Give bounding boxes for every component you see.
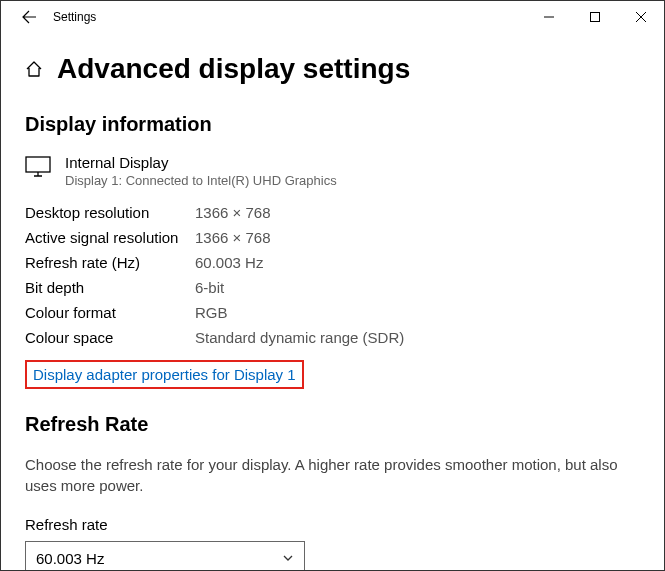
content-area: Advanced display settings Display inform…: [1, 33, 664, 571]
spec-label-refresh: Refresh rate (Hz): [25, 254, 195, 271]
spec-label-colspace: Colour space: [25, 329, 195, 346]
adapter-link-highlight: Display adapter properties for Display 1: [25, 360, 304, 389]
monitor-name: Internal Display: [65, 154, 337, 171]
monitor-icon: [25, 156, 51, 178]
refresh-rate-heading: Refresh Rate: [25, 413, 640, 436]
refresh-rate-dropdown[interactable]: 60.003 Hz: [25, 541, 305, 571]
spec-label-active-res: Active signal resolution: [25, 229, 195, 246]
spec-val-colfmt: RGB: [195, 304, 640, 321]
close-button[interactable]: [618, 1, 664, 33]
svg-rect-1: [26, 157, 50, 172]
monitor-subtext: Display 1: Connected to Intel(R) UHD Gra…: [65, 173, 337, 188]
home-button[interactable]: [25, 60, 43, 78]
window-title: Settings: [53, 10, 96, 24]
spec-table: Desktop resolution 1366 × 768 Active sig…: [25, 204, 640, 346]
arrow-left-icon: [21, 9, 37, 25]
monitor-text: Internal Display Display 1: Connected to…: [65, 154, 337, 188]
spec-val-colspace: Standard dynamic range (SDR): [195, 329, 640, 346]
window-controls: [526, 1, 664, 33]
spec-val-refresh: 60.003 Hz: [195, 254, 640, 271]
spec-val-active-res: 1366 × 768: [195, 229, 640, 246]
refresh-rate-value: 60.003 Hz: [36, 550, 104, 567]
close-icon: [636, 12, 646, 22]
home-icon: [25, 60, 43, 78]
back-button[interactable]: [9, 1, 49, 33]
page-title: Advanced display settings: [57, 53, 410, 85]
maximize-icon: [590, 12, 600, 22]
display-info-heading: Display information: [25, 113, 640, 136]
spec-label-desktop-res: Desktop resolution: [25, 204, 195, 221]
spec-label-colfmt: Colour format: [25, 304, 195, 321]
monitor-icon-wrap: [25, 154, 51, 188]
chevron-down-icon: [282, 552, 294, 564]
spec-val-desktop-res: 1366 × 768: [195, 204, 640, 221]
page-header: Advanced display settings: [25, 53, 640, 85]
titlebar: Settings: [1, 1, 664, 33]
refresh-rate-description: Choose the refresh rate for your display…: [25, 454, 640, 496]
monitor-summary: Internal Display Display 1: Connected to…: [25, 154, 640, 188]
refresh-rate-label: Refresh rate: [25, 516, 640, 533]
spec-val-bitdepth: 6-bit: [195, 279, 640, 296]
adapter-properties-link[interactable]: Display adapter properties for Display 1: [33, 366, 296, 383]
maximize-button[interactable]: [572, 1, 618, 33]
svg-rect-0: [591, 13, 600, 22]
spec-label-bitdepth: Bit depth: [25, 279, 195, 296]
minimize-button[interactable]: [526, 1, 572, 33]
minimize-icon: [544, 12, 554, 22]
